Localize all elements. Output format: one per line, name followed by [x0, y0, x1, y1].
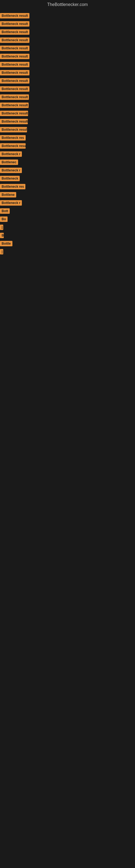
bottleneck-badge[interactable]: Bottleneck result	[0, 102, 29, 108]
bottleneck-badge[interactable]: Bottleneck result	[0, 13, 30, 19]
bottleneck-badge[interactable]: Bo	[0, 216, 8, 222]
bottleneck-badge[interactable]: Bottle	[0, 241, 12, 246]
bottleneck-badge[interactable]: Bottleneck result	[0, 29, 30, 35]
list-item: Bottleneck result	[0, 69, 135, 76]
bottleneck-badge[interactable]: Bottleneck result	[0, 37, 30, 43]
list-item: Bottleneck result	[0, 36, 135, 44]
bottleneck-badge[interactable]: Bottleneck result	[0, 78, 30, 84]
bottleneck-badge[interactable]: Bottleneck result	[0, 119, 28, 124]
bottleneck-badge[interactable]: Bott	[0, 208, 10, 214]
list-item: Bott	[0, 207, 135, 215]
list-item: Bottleneck res	[0, 183, 135, 190]
bottleneck-badge[interactable]: Bottleneck result	[0, 70, 30, 75]
bottleneck-badge[interactable]: Bottlenec	[0, 159, 18, 165]
bottleneck-badge[interactable]: Bottleneck	[0, 176, 20, 181]
list-item: Bottleneck result	[0, 126, 135, 133]
list-item: Bottleneck result	[0, 93, 135, 101]
list-item: Bottleneck r	[0, 199, 135, 207]
list-item: Bottle	[0, 240, 135, 247]
list-item: Bottleneck result	[0, 110, 135, 117]
list-item: Bottlene	[0, 191, 135, 198]
bottleneck-badge[interactable]: Bottleneck r	[0, 200, 22, 206]
bottleneck-badge[interactable]: Bottleneck result	[0, 45, 30, 51]
list-item: Bottlenec	[0, 158, 135, 166]
list-item: Bottleneck result	[0, 12, 135, 20]
bottleneck-badge[interactable]: Bottleneck result	[0, 54, 30, 59]
list-item: Bottleneck res	[0, 134, 135, 142]
bottleneck-badge[interactable]: Bottleneck result	[0, 143, 26, 149]
bottleneck-badge[interactable]: Bottleneck result	[0, 21, 30, 27]
bottleneck-badge[interactable]: Bottleneck res	[0, 184, 26, 189]
bottleneck-badge[interactable]: Bottleneck r	[0, 167, 22, 173]
bottleneck-badge[interactable]: B	[0, 233, 4, 238]
bottleneck-badge[interactable]: Bottlene	[0, 192, 16, 197]
bottleneck-badge[interactable]: Bottleneck result	[0, 86, 30, 92]
list-item: B	[0, 231, 135, 239]
list-item: Bottleneck	[0, 175, 135, 182]
list-item: |	[0, 223, 135, 231]
bottleneck-badge[interactable]: Bottleneck result	[0, 127, 27, 132]
bottleneck-badge[interactable]: Bottleneck result	[0, 111, 28, 116]
list-item: Bottleneck result	[0, 20, 135, 28]
bottleneck-badge[interactable]: Bottleneck result	[0, 94, 29, 100]
list-item: Bo	[0, 215, 135, 223]
site-title: TheBottlenecker.com	[0, 0, 135, 9]
list-item: Bottleneck result	[0, 101, 135, 109]
bottleneck-badge[interactable]: Bottleneck res	[0, 135, 26, 141]
bottleneck-badge[interactable]: |	[0, 225, 3, 230]
list-item: Bottleneck r	[0, 166, 135, 174]
list-item: Bottleneck result	[0, 118, 135, 125]
list-item: Bottleneck result	[0, 61, 135, 68]
list-item: |	[0, 248, 135, 255]
list-item: Bottleneck r	[0, 150, 135, 158]
list-item: Bottleneck result	[0, 77, 135, 85]
bottleneck-badge[interactable]: |	[0, 249, 3, 254]
list-item: Bottleneck result	[0, 44, 135, 52]
items-container: Bottleneck resultBottleneck resultBottle…	[0, 9, 135, 259]
list-item: Bottleneck result	[0, 28, 135, 36]
bottleneck-badge[interactable]: Bottleneck r	[0, 151, 22, 157]
list-item: Bottleneck result	[0, 85, 135, 93]
list-item: Bottleneck result	[0, 142, 135, 150]
list-item: Bottleneck result	[0, 53, 135, 60]
bottleneck-badge[interactable]: Bottleneck result	[0, 62, 30, 67]
